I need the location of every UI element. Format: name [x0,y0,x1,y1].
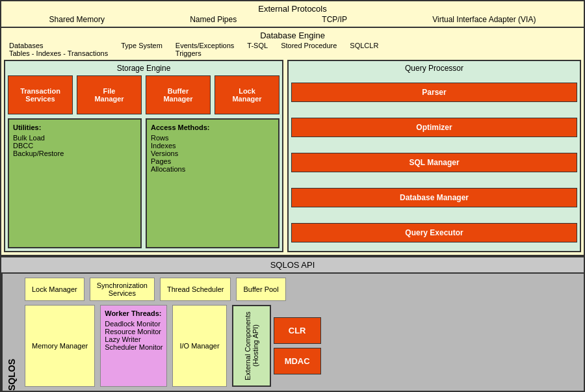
worker-deadlock: Deadlock Monitor [105,320,162,328]
worker-threads-title: Worker Threads: [105,309,162,317]
buffer-manager-box: BufferManager [146,75,211,114]
utilities-box: Utilities: Bulk Load DBCC Backup/Restore [8,118,142,248]
external-protocols-section: External Protocols Shared Memory Named P… [1,1,584,28]
shared-memory-label: Shared Memory [49,15,105,24]
transaction-services-box: TransactionServices [8,75,73,114]
utilities-dbcc: DBCC [13,142,136,150]
query-executor-box: Query Executor [291,223,577,242]
optimizer-box: Optimizer [291,118,577,137]
external-protocols-items: Shared Memory Named Pipes TCP/IP Virtual… [6,15,578,24]
sqlos-thread-scheduler: Thread Scheduler [160,278,231,301]
sqlos-worker-threads: Worker Threads: Deadlock Monitor Resourc… [100,305,167,387]
storage-engine-section: Storage Engine TransactionServices FileM… [4,60,283,252]
external-components-group: External Components(Hosting API) CLR MDA… [232,305,321,387]
utilities-backup: Backup/Restore [13,150,136,157]
query-processor-section: Query Processor Parser Optimizer SQL Man… [287,60,581,252]
subtitle-databases: DatabasesTables - Indexes - Transactions [9,42,108,57]
db-engine-subtitle: DatabasesTables - Indexes - Transactions… [9,42,581,57]
sqlos-memory-manager: Memory Manager [25,305,95,387]
named-pipes-label: Named Pipes [190,15,237,24]
access-versions: Versions [151,150,274,157]
subtitle-stored-proc: Stored Procedure [281,42,337,57]
lock-manager-box: LockManager [214,75,280,114]
sqlos-top-row: Lock Manager SynchronizationServices Thr… [25,278,580,301]
clr-box: CLR [274,317,321,344]
storage-engine-top-boxes: TransactionServices FileManager BufferMa… [8,75,280,114]
external-protocols-title: External Protocols [6,4,578,14]
via-label: Virtual Interface Adapter (VIA) [432,15,536,24]
access-methods-title: Access Methods: [151,124,274,131]
sqlos-sync-services: SynchronizationServices [90,278,155,301]
access-rows: Rows [151,134,274,142]
architecture-diagram: External Protocols Shared Memory Named P… [0,0,585,392]
sqlos-section: SQLOS Lock Manager SynchronizationServic… [1,274,584,391]
parser-box: Parser [291,83,577,102]
db-engine-body: Storage Engine TransactionServices FileM… [4,60,581,252]
worker-resource: Resource Monitor [105,328,162,335]
subtitle-sqlclr: SQLCLR [350,42,378,57]
sqlos-lock-manager: Lock Manager [25,278,84,301]
utilities-bulk-load: Bulk Load [13,134,136,142]
sqlos-io-manager: I/O Manager [172,305,226,387]
utilities-title: Utilities: [13,124,136,131]
access-allocations: Allocations [151,165,274,173]
file-manager-box: FileManager [77,75,142,114]
clr-mdac-group: CLR MDAC [274,305,321,387]
query-processor-items: Parser Optimizer SQL Manager Database Ma… [291,77,577,248]
sqlos-label: SQLOS [1,274,21,391]
sqlos-buffer-pool: Buffer Pool [236,278,285,301]
tcp-ip-label: TCP/IP [322,15,347,24]
subtitle-events: Events/ExceptionsTriggers [176,42,235,57]
worker-scheduler: Scheduler Monitor [105,343,162,351]
database-engine-title: Database Engine [4,31,581,40]
sqlos-bottom-row: Memory Manager Worker Threads: Deadlock … [25,305,580,387]
database-engine-section: Database Engine DatabasesTables - Indexe… [1,28,584,256]
mdac-box: MDAC [274,348,321,374]
sqlos-api-section: SQLOS API [1,256,584,274]
subtitle-tsql: T-SQL [247,42,268,57]
access-methods-box: Access Methods: Rows Indexes Versions Pa… [146,118,280,248]
worker-lazy: Lazy Writer [105,335,162,343]
database-manager-box: Database Manager [291,188,577,207]
sql-manager-box: SQL Manager [291,153,577,172]
query-processor-title: Query Processor [291,64,577,73]
subtitle-type-system: Type System [121,42,162,57]
storage-engine-title: Storage Engine [8,64,280,73]
storage-engine-bottom-boxes: Utilities: Bulk Load DBCC Backup/Restore… [8,118,280,248]
access-pages: Pages [151,157,274,165]
access-indexes: Indexes [151,142,274,150]
external-components-box: External Components(Hosting API) [232,305,271,387]
sqlos-body: Lock Manager SynchronizationServices Thr… [21,274,584,391]
